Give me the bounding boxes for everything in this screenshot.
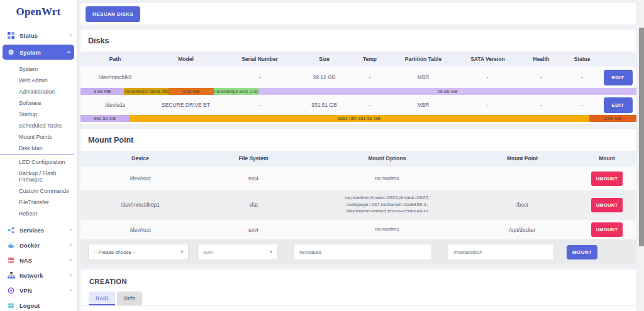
filesystem-select[interactable]: auto ▾ (197, 244, 278, 260)
partition-segment: 3.98 MB (80, 88, 124, 95)
disk-sata-version: - (458, 74, 518, 80)
sidebar-item-label: System (19, 49, 41, 56)
sidebar-item-startup[interactable]: Startup (0, 109, 77, 120)
sidebar-item-led-configuration[interactable]: LED Configuration (0, 156, 77, 168)
sidebar-item-logout[interactable]: Logout (0, 298, 77, 311)
mount-fs: ext4 (200, 227, 307, 233)
system-submenu: System Web Admin Administration Software… (0, 62, 77, 222)
sidebar: OpenWrt Status › ⚙ System › System Web A… (0, 0, 77, 311)
disk-partition-table: MBR (389, 74, 458, 80)
sidebar-item-label: Logout (19, 302, 40, 309)
sidebar-item-label: Status (19, 32, 38, 39)
server-icon (7, 256, 15, 264)
sidebar-item-scheduled-tasks[interactable]: Scheduled Tasks (0, 120, 77, 131)
sidebar-item-label: VPN (19, 287, 32, 294)
chevron-right-icon: › (70, 32, 72, 38)
mount-options: rw,noatime (307, 224, 467, 236)
col-file-system: File System (200, 155, 307, 161)
tab-raid[interactable]: RAID (89, 292, 115, 305)
chevron-right-icon: › (70, 242, 72, 248)
app-logo: OpenWrt (0, 0, 77, 28)
sidebar-item-filetransfer[interactable]: FileTransfer (0, 197, 77, 208)
disk-model: SECURE DRIVE BT (150, 102, 222, 108)
col-status: Status (565, 56, 599, 62)
disks-card-title: Disks (80, 30, 636, 52)
sidebar-item-services[interactable]: Services › (0, 222, 77, 237)
vpn-icon (7, 286, 15, 294)
mount-table-header: Device File System Mount Options Mount P… (80, 151, 636, 166)
edit-disk-button[interactable]: EDIT (604, 97, 633, 113)
mount-options: rw,noatime (307, 173, 467, 185)
disk-serial: - (222, 102, 297, 108)
umount-button[interactable]: UMOUNT (591, 172, 623, 186)
creation-card: CREATION RAID Btrfs RAID Creation (80, 270, 636, 311)
mount-device: /dev/root (80, 227, 200, 233)
disk-health: - (518, 74, 565, 80)
device-select[interactable]: -- Please choose -- ▾ (88, 244, 189, 260)
creation-card-title: CREATION (80, 270, 636, 292)
partition-segment: mmcblk0p2 ext2 2.00 G (214, 88, 258, 95)
grid-icon (7, 31, 15, 39)
partition-segment: 26.86 GB (258, 88, 636, 95)
sidebar-item-system-sub[interactable]: System (0, 63, 77, 75)
disk-partition-table: MBR (389, 102, 458, 108)
sidebar-item-mount-points[interactable]: Mount Points (0, 131, 77, 143)
mount-point-card-title: Mount Point (80, 129, 636, 151)
partition-segment: mmcblk0p1 fat16 256.0 (124, 88, 169, 95)
scrollbar-thumb[interactable] (639, 28, 644, 246)
whale-icon (7, 241, 15, 249)
tab-btrfs[interactable]: Btrfs (117, 292, 142, 305)
main-content: RESCAN DISKS Disks Path Model Serial Num… (80, 0, 636, 311)
col-mount-point: Mount Point (467, 155, 577, 161)
umount-button[interactable]: UMOUNT (591, 222, 623, 237)
mount-point-input[interactable] (448, 244, 553, 260)
page-scrollbar[interactable] (639, 0, 644, 311)
filesystem-select-value: auto (203, 249, 213, 255)
sidebar-item-disk-man[interactable]: Disk Man (0, 143, 74, 155)
disk-row-sda: /dev/sda SECURE DRIVE BT - 931.51 GB - M… (80, 95, 636, 115)
share-nodes-icon (7, 226, 15, 234)
sidebar-item-reboot[interactable]: Reboot (0, 208, 77, 219)
edit-disk-button[interactable]: EDIT (604, 70, 633, 85)
partition-segment: 4.00 MB (169, 88, 214, 95)
disk-serial: - (222, 74, 297, 80)
mount-device: /dev/root (80, 175, 200, 182)
sidebar-item-administration[interactable]: Administration (0, 86, 77, 97)
mount-options: rw,noatime,fmask=0022,dmask=0022, codepa… (307, 192, 467, 217)
mount-point-card: Mount Point Device File System Mount Opt… (80, 129, 636, 265)
sidebar-item-vpn[interactable]: VPN › (0, 283, 77, 298)
sidebar-item-nas[interactable]: NAS › (0, 253, 77, 268)
mount-point: /opt/docker (467, 227, 577, 233)
mount-options-input[interactable] (294, 244, 432, 260)
partition-segment: sda1 ntfs 931.51 GB (129, 115, 589, 122)
sidebar-item-label: Docker (19, 242, 40, 249)
rescan-disks-button[interactable]: RESCAN DISKS (86, 6, 140, 22)
chevron-down-icon: ▾ (180, 249, 183, 254)
mount-button[interactable]: MOUNT (567, 245, 597, 259)
sidebar-item-custom-commands[interactable]: Custom Commands (0, 185, 77, 197)
mount-device: /dev/mmcblk0p1 (80, 202, 200, 208)
disk-temp: - (351, 102, 389, 108)
sidebar-item-web-admin[interactable]: Web Admin (0, 75, 77, 86)
sidebar-item-status[interactable]: Status › (0, 28, 77, 43)
col-sata-version: SATA Version (458, 56, 518, 62)
disk-path: /dev/mmcblk0 (80, 74, 150, 80)
sidebar-item-label: NAS (19, 257, 32, 264)
col-device: Device (80, 155, 200, 161)
sidebar-item-network[interactable]: Network › (0, 268, 77, 283)
sidebar-item-backup-flash-firmware[interactable]: Backup / Flash Firmware (0, 168, 77, 185)
top-toolbar: RESCAN DISKS (80, 3, 636, 25)
disks-card: Disks Path Model Serial Number Size Temp… (80, 30, 636, 124)
col-temp: Temp (351, 56, 389, 62)
disk-row-mmcblk0: /dev/mmcblk0 - 29.12 GB - MBR - - - EDIT (80, 67, 636, 88)
disk-size: 931.51 GB (297, 102, 351, 108)
mount-form: -- Please choose -- ▾ auto ▾ MOUNT (80, 239, 636, 265)
raid-creation-label: RAID Creation (80, 305, 636, 311)
umount-button[interactable]: UMOUNT (591, 198, 623, 212)
partition-segment: 992.50 KB (80, 115, 129, 122)
sidebar-item-docker[interactable]: Docker › (0, 237, 77, 253)
col-health: Health (518, 56, 565, 62)
sidebar-item-system[interactable]: ⚙ System › (3, 45, 74, 60)
disk-temp: - (351, 74, 389, 80)
sidebar-item-software[interactable]: Software (0, 97, 77, 109)
